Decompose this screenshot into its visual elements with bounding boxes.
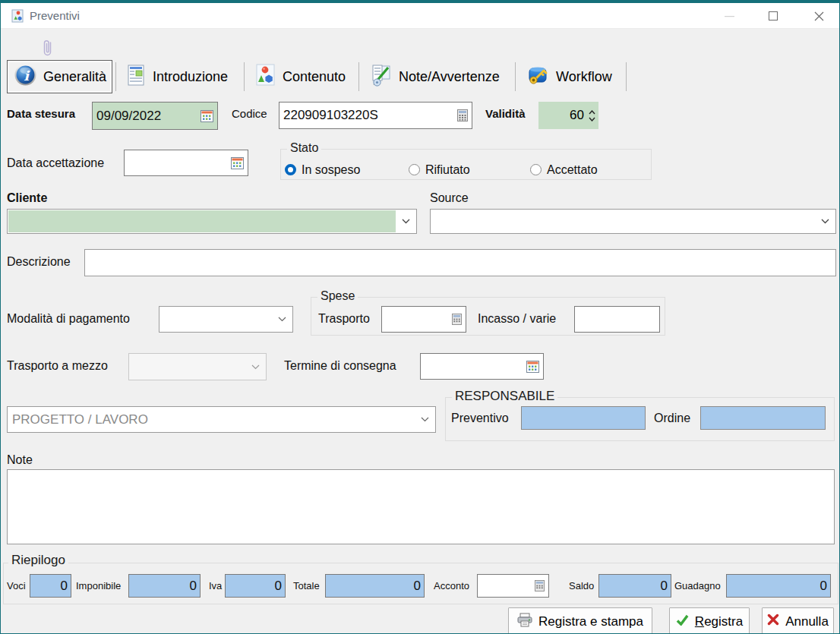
riepilogo-group-label: Riepilogo: [8, 553, 68, 568]
red-x-icon: [767, 613, 779, 629]
chevron-down-icon[interactable]: [402, 219, 410, 224]
modalita-pagamento-label: Modalità di pagamento: [7, 312, 130, 326]
radio-accettato[interactable]: [530, 164, 542, 175]
descrizione-input[interactable]: [89, 255, 832, 270]
codice-label: Codice: [232, 107, 267, 120]
imponibile-field: 0: [128, 574, 201, 598]
guadagno-label: Guadagno: [674, 580, 721, 591]
acconto-label: Acconto: [434, 580, 469, 591]
incasso-varie-input[interactable]: [579, 312, 655, 327]
registra-label: Registra: [695, 614, 743, 629]
responsabile-group-label: RESPONSABILE: [452, 389, 557, 404]
spinner-arrows[interactable]: [586, 110, 598, 121]
tab-generalita[interactable]: i Generalità: [7, 60, 112, 93]
cliente-value-area: [8, 210, 396, 232]
totale-value: 0: [414, 579, 421, 594]
tab-separator: [515, 62, 516, 91]
radio-in-sospeso[interactable]: [285, 164, 296, 175]
notes-pen-icon: [370, 64, 392, 90]
trasporto-mezzo-combobox[interactable]: [128, 353, 267, 380]
spin-down-icon: [589, 117, 595, 121]
shapes-icon: [255, 64, 276, 90]
close-button[interactable]: [801, 3, 836, 29]
radio-in-sospeso-label[interactable]: In sospeso: [302, 163, 360, 177]
stato-group-label: Stato: [287, 141, 321, 155]
validita-spinner[interactable]: 60: [538, 102, 598, 129]
radio-accettato-label[interactable]: Accettato: [547, 163, 598, 177]
spin-up-icon: [589, 110, 595, 115]
voci-label: Voci: [7, 580, 26, 591]
registra-e-stampa-label: Registra e stampa: [538, 614, 643, 629]
progetto-lavoro-combobox[interactable]: PROGETTO / LAVORO: [7, 406, 436, 433]
acconto-field[interactable]: [477, 574, 549, 598]
calculator-icon[interactable]: [535, 580, 545, 591]
chevron-down-icon[interactable]: [821, 219, 829, 224]
cliente-combobox[interactable]: [7, 209, 417, 234]
trasporto-mezzo-label: Trasporto a mezzo: [7, 359, 108, 373]
data-accettazione-label: Data accettazione: [7, 156, 104, 170]
data-accettazione-input[interactable]: [128, 156, 228, 171]
info-icon: i: [14, 64, 36, 90]
registra-e-stampa-button[interactable]: Registra e stampa: [508, 607, 652, 634]
radio-rifiutato-label[interactable]: Rifiutato: [425, 163, 470, 177]
resp-ordine-label: Ordine: [654, 412, 690, 425]
radio-rifiutato[interactable]: [409, 164, 420, 175]
incasso-varie-field[interactable]: [574, 306, 660, 333]
calculator-icon[interactable]: [452, 314, 462, 325]
note-textarea[interactable]: [7, 469, 835, 544]
trasporto-field[interactable]: [381, 306, 466, 333]
cliente-label: Cliente: [7, 191, 47, 205]
acconto-input[interactable]: [482, 579, 532, 594]
data-stesura-label: Data stesura: [7, 107, 75, 120]
attachment-paperclip-icon[interactable]: [41, 38, 55, 61]
saldo-field: 0: [598, 574, 671, 598]
tab-separator: [358, 62, 359, 91]
data-stesura-field[interactable]: [92, 102, 218, 130]
totale-label: Totale: [293, 580, 320, 591]
tab-workflow[interactable]: Workflow: [519, 60, 623, 93]
guadagno-field: 0: [726, 574, 831, 598]
minimize-button[interactable]: [712, 3, 747, 29]
termine-consegna-input[interactable]: [425, 359, 523, 374]
modalita-pagamento-combobox[interactable]: [159, 306, 293, 333]
document-image-icon: [126, 64, 146, 90]
chevron-down-icon[interactable]: [251, 364, 260, 370]
calendar-icon[interactable]: [231, 157, 244, 169]
tab-note-avvertenze[interactable]: Note/Avvertenze: [363, 60, 512, 93]
calendar-icon[interactable]: [201, 110, 213, 122]
resp-preventivo-field: [521, 406, 646, 430]
tab-contenuto[interactable]: Contenuto: [248, 60, 355, 93]
printer-icon: [517, 613, 532, 631]
progetto-lavoro-placeholder: PROGETTO / LAVORO: [8, 412, 148, 427]
trasporto-input[interactable]: [386, 312, 449, 327]
check-icon: [676, 614, 689, 629]
validita-value: 60: [538, 108, 586, 123]
chevron-down-icon[interactable]: [421, 417, 429, 422]
descrizione-field[interactable]: [84, 249, 836, 276]
iva-value: 0: [275, 579, 282, 594]
maximize-button[interactable]: [756, 3, 791, 29]
tab-label: Generalità: [43, 69, 106, 85]
tab-label: Introduzione: [153, 69, 228, 85]
annulla-button[interactable]: Annulla: [762, 607, 834, 634]
chevron-down-icon[interactable]: [278, 317, 286, 322]
codice-input[interactable]: [283, 108, 454, 123]
source-combobox[interactable]: [430, 209, 836, 234]
data-accettazione-field[interactable]: [124, 150, 248, 176]
tab-separator: [115, 62, 116, 91]
app-icon: [11, 9, 24, 26]
calendar-icon[interactable]: [526, 361, 539, 373]
calculator-icon[interactable]: [457, 109, 468, 121]
annulla-label: Annulla: [785, 614, 829, 629]
tab-introduzione[interactable]: Introduzione: [119, 60, 241, 93]
codice-field[interactable]: [279, 102, 472, 129]
data-stesura-input[interactable]: [96, 109, 197, 124]
registra-button[interactable]: Registra: [669, 607, 750, 634]
iva-label: Iva: [209, 580, 222, 591]
resp-preventivo-label: Preventivo: [451, 412, 509, 425]
source-label: Source: [430, 191, 469, 205]
window-title: Preventivi: [30, 9, 80, 22]
minimize-icon: [725, 15, 734, 17]
trasporto-label: Trasporto: [318, 312, 370, 326]
termine-consegna-field[interactable]: [420, 353, 544, 380]
